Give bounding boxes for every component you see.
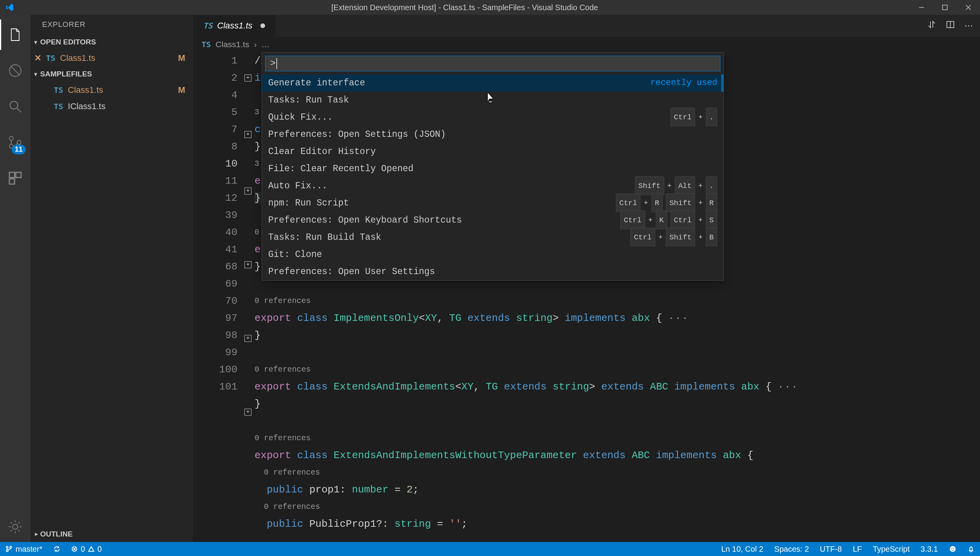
activity-explorer[interactable] (0, 19, 30, 50)
status-eol[interactable]: LF (847, 542, 867, 556)
command-label: Clear Editor History (268, 143, 376, 160)
line-number: 1 (193, 52, 237, 69)
command-palette-item[interactable]: Git: Clone (262, 246, 724, 263)
close-icon[interactable]: ✕ (34, 53, 41, 63)
command-label: npm: Run Script (268, 195, 349, 212)
outline-header[interactable]: ▾ OUTLINE (30, 526, 193, 542)
svg-rect-11 (9, 172, 14, 177)
vscode-logo (0, 3, 19, 12)
compare-changes-icon[interactable] (927, 20, 936, 32)
status-language[interactable]: TypeScript (867, 542, 915, 556)
status-feedback[interactable] (943, 542, 962, 556)
minimize-button[interactable] (910, 0, 933, 15)
branch-name: master* (16, 545, 42, 554)
svg-rect-13 (9, 179, 14, 184)
code-line[interactable]: public PublicProp1?: string = ''; (255, 515, 980, 533)
svg-point-17 (6, 546, 8, 548)
svg-point-14 (12, 524, 18, 529)
code-lens[interactable]: 0 references (255, 292, 980, 310)
activity-scm[interactable]: 11 (0, 127, 30, 158)
code-lens[interactable]: 0 references (255, 430, 980, 447)
line-number: 100 (193, 361, 237, 378)
code-line[interactable]: public prop1: number = 2; (255, 481, 980, 498)
code-line[interactable]: } (255, 327, 980, 344)
fold-toggle[interactable]: + (244, 261, 251, 268)
command-label: Tasks: Run Task (268, 92, 349, 109)
activity-search2[interactable] (0, 91, 30, 122)
svg-point-19 (10, 546, 12, 548)
svg-point-23 (950, 546, 956, 552)
status-encoding[interactable]: UTF-8 (814, 542, 847, 556)
fold-toggle[interactable]: + (244, 74, 251, 81)
command-palette-item[interactable]: npm: Run ScriptCtrl+RShift+R (262, 195, 724, 212)
open-editors-header[interactable]: ▾ OPEN EDITORS (30, 34, 193, 50)
code-line[interactable] (255, 344, 980, 361)
folder-header[interactable]: ▾ SAMPLEFILES (30, 66, 193, 82)
fold-toggle[interactable]: + (244, 409, 251, 416)
line-number: 2 (193, 69, 237, 87)
command-palette-item[interactable]: File: Clear Recently Opened (262, 160, 724, 177)
code-line[interactable]: export class ImplementsOnly<XY, TG exten… (255, 310, 980, 327)
code-lens[interactable]: 0 references (255, 361, 980, 378)
status-position[interactable]: Ln 10, Col 2 (716, 542, 769, 556)
bell-icon (968, 545, 975, 552)
code-line[interactable] (255, 413, 980, 430)
status-bell[interactable] (962, 542, 980, 556)
status-ts-version[interactable]: 3.3.1 (915, 542, 943, 556)
activity-debug[interactable] (0, 55, 30, 86)
status-sync[interactable] (48, 542, 66, 556)
sidebar-title: EXPLORER (30, 15, 193, 34)
more-actions-icon[interactable]: ⋯ (964, 21, 973, 31)
code-line[interactable]: } (255, 395, 980, 413)
fold-toggle[interactable]: + (244, 131, 251, 138)
status-indent[interactable]: Spaces: 2 (769, 542, 814, 556)
activity-settings[interactable] (0, 512, 30, 542)
command-palette-item[interactable]: Generate interfacerecently used (262, 74, 724, 92)
code-lens[interactable]: 0 references (255, 464, 980, 481)
tab-class1[interactable]: TS Class1.ts (193, 15, 276, 37)
code-line[interactable]: export class ExtendsAndImplements<XY, TG… (255, 378, 980, 395)
command-label: Tasks: Run Build Task (268, 229, 381, 246)
breadcrumb[interactable]: TS Class1.ts › … (193, 37, 980, 52)
line-number: 12 (193, 189, 237, 207)
gear-icon (7, 519, 23, 535)
editor-group: TS Class1.ts ⋯ TS Class1.ts › … 12457810… (193, 15, 980, 542)
command-palette-item[interactable]: Tasks: Run Build TaskCtrl+Shift+B (262, 229, 724, 246)
close-button[interactable] (957, 0, 980, 15)
activity-bar: 11 (0, 15, 30, 542)
status-branch[interactable]: master* (0, 542, 48, 556)
code-editor[interactable]: 124578101112394041686970979899100101 +++… (193, 52, 980, 542)
command-palette-item[interactable]: Tasks: Run Task (262, 92, 724, 109)
file-tree-item[interactable]: TS Class1.ts M (30, 82, 193, 98)
command-palette-item[interactable]: Quick Fix...Ctrl+. (262, 109, 724, 126)
command-palette-item[interactable]: Auto Fix...Shift+Alt+. (262, 177, 724, 195)
command-palette-item[interactable]: Preferences: Open User Settings (262, 263, 724, 280)
command-palette-item[interactable]: Clear Editor History (262, 143, 724, 160)
typescript-icon: TS (202, 40, 211, 49)
open-editor-item[interactable]: ✕ TS Class1.ts M (30, 50, 193, 66)
breadcrumb-more: … (261, 40, 269, 49)
git-modified-badge: M (178, 53, 185, 63)
code-line[interactable]: export class ExtendsAndImplementsWithout… (255, 447, 980, 464)
command-palette-item[interactable]: Preferences: Open Keyboard ShortcutsCtrl… (262, 212, 724, 229)
files-icon (7, 27, 23, 42)
code-lens[interactable]: 0 references (255, 498, 980, 515)
maximize-button[interactable] (933, 0, 957, 15)
activity-extensions[interactable] (0, 163, 30, 193)
error-count: 0 (81, 545, 85, 554)
keybinding: Ctrl+. (670, 108, 717, 127)
status-problems[interactable]: 0 0 (66, 542, 107, 556)
tab-bar: TS Class1.ts ⋯ (193, 15, 980, 37)
open-editors-label: OPEN EDITORS (40, 38, 96, 46)
search-icon (7, 99, 23, 114)
split-editor-icon[interactable] (946, 20, 955, 32)
sidebar-explorer: EXPLORER ▾ OPEN EDITORS ✕ TS Class1.ts M… (30, 15, 193, 542)
file-tree-item[interactable]: TS IClass1.ts (30, 98, 193, 115)
fold-toggle[interactable]: + (244, 188, 251, 195)
command-palette: > Generate interfacerecently usedTasks: … (262, 52, 724, 281)
fold-toggle[interactable]: + (244, 335, 251, 342)
typescript-icon: TS (203, 21, 212, 30)
line-number: 4 (193, 87, 237, 104)
command-palette-input[interactable]: > (265, 56, 720, 71)
command-palette-item[interactable]: Preferences: Open Settings (JSON) (262, 126, 724, 143)
